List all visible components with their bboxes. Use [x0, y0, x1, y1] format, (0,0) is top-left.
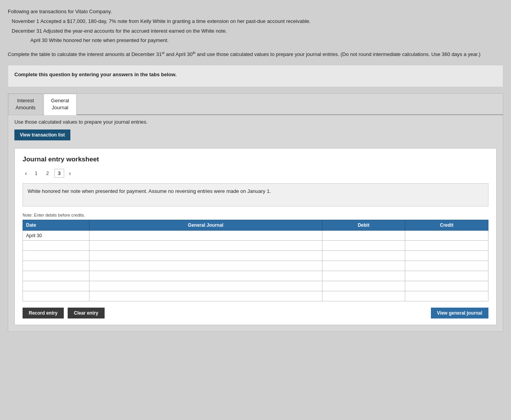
row5-debit[interactable] — [322, 281, 405, 291]
and-text: and April 30 — [164, 52, 192, 58]
sup2: th — [192, 51, 196, 55]
row0-journal-input[interactable] — [93, 233, 319, 238]
row6-journal-input[interactable] — [93, 294, 319, 299]
bottom-buttons: Record entry Clear entry View general jo… — [23, 308, 488, 318]
tabs-section: InterestAmounts GeneralJournal Use those… — [8, 93, 503, 332]
row5-journal[interactable] — [89, 281, 322, 291]
pagination-row: ‹ 1 2 3 › — [23, 169, 488, 178]
row4-debit-input[interactable] — [326, 273, 402, 279]
row1-date — [23, 241, 89, 251]
row1-credit[interactable] — [405, 241, 488, 251]
row2-journal[interactable] — [89, 251, 322, 261]
row5-journal-input[interactable] — [93, 284, 319, 289]
col-header-date: Date — [23, 220, 89, 231]
row2-credit-input[interactable] — [408, 253, 485, 259]
row1-credit-input[interactable] — [408, 243, 485, 248]
row2-date — [23, 251, 89, 261]
row3-debit-input[interactable] — [326, 263, 402, 269]
row4-credit[interactable] — [405, 271, 488, 281]
row3-debit[interactable] — [322, 261, 405, 271]
table-row — [23, 291, 488, 301]
row5-credit[interactable] — [405, 281, 488, 291]
row4-credit-input[interactable] — [408, 273, 485, 279]
row5-credit-input[interactable] — [408, 284, 485, 289]
intro-line2: November 1 Accepted a $17,000, 180-day, … — [12, 18, 503, 26]
row6-journal[interactable] — [89, 291, 322, 301]
row3-journal[interactable] — [89, 261, 322, 271]
row2-debit-input[interactable] — [326, 253, 402, 259]
row2-journal-input[interactable] — [93, 253, 319, 259]
row5-debit-input[interactable] — [326, 284, 402, 289]
col-header-journal: General Journal — [89, 220, 322, 231]
page-1[interactable]: 1 — [32, 169, 40, 177]
row2-debit[interactable] — [322, 251, 405, 261]
row6-credit[interactable] — [405, 291, 488, 301]
worksheet-title: Journal entry worksheet — [23, 156, 488, 163]
row6-debit-input[interactable] — [326, 294, 402, 299]
intro-section: Following are transactions for Vitalo Co… — [8, 8, 503, 45]
journal-worksheet: Journal entry worksheet ‹ 1 2 3 › White … — [14, 148, 497, 325]
complete-box: Complete this question by entering your … — [8, 65, 503, 87]
intro-line3: December 31 Adjusted the year-end accoun… — [12, 27, 503, 35]
row4-journal[interactable] — [89, 271, 322, 281]
row6-credit-input[interactable] — [408, 294, 485, 299]
complete-box-text: Complete this question by entering your … — [14, 71, 497, 79]
row0-credit[interactable] — [405, 231, 488, 241]
table-row — [23, 271, 488, 281]
journal-table: Date General Journal Debit Credit April … — [23, 220, 488, 301]
tabs-row: InterestAmounts GeneralJournal — [8, 94, 503, 115]
intro-line1: Following are transactions for Vitalo Co… — [8, 8, 503, 16]
bottom-buttons-left: Record entry Clear entry — [23, 308, 105, 318]
col-header-credit: Credit — [405, 220, 488, 231]
next-page-button[interactable]: › — [66, 169, 73, 178]
instructions2-text: and use those calculated values to prepa… — [196, 52, 481, 58]
row0-debit-input[interactable] — [326, 233, 402, 238]
col-header-debit: Debit — [322, 220, 405, 231]
row5-date — [23, 281, 89, 291]
row0-date: April 30 — [23, 231, 89, 241]
row3-date — [23, 261, 89, 271]
entry-description: White honored her note when presented fo… — [23, 183, 488, 206]
row4-debit[interactable] — [322, 271, 405, 281]
row6-debit[interactable] — [322, 291, 405, 301]
tab-general-journal[interactable]: GeneralJournal — [44, 94, 76, 115]
row2-credit[interactable] — [405, 251, 488, 261]
table-row — [23, 281, 488, 291]
instructions-paragraph: Complete the table to calculate the inte… — [8, 50, 503, 59]
prev-page-button[interactable]: ‹ — [23, 169, 29, 178]
sup1: st — [162, 51, 164, 55]
clear-entry-button[interactable]: Clear entry — [68, 308, 105, 318]
row1-debit-input[interactable] — [326, 243, 402, 248]
note-text: Note: Enter debits before credits. — [23, 213, 488, 217]
row4-date — [23, 271, 89, 281]
table-row — [23, 251, 488, 261]
page-3[interactable]: 3 — [54, 169, 64, 178]
record-entry-button[interactable]: Record entry — [23, 308, 64, 318]
row0-debit[interactable] — [322, 231, 405, 241]
row3-journal-input[interactable] — [93, 263, 319, 269]
view-transaction-button[interactable]: View transaction list — [14, 130, 70, 140]
table-row — [23, 261, 488, 271]
page-container: Following are transactions for Vitalo Co… — [8, 8, 503, 332]
instructions-text: Complete the table to calculate the inte… — [8, 52, 162, 58]
intro-line4: April 30 White honored her note when pre… — [30, 37, 503, 45]
table-row — [23, 241, 488, 251]
row4-journal-input[interactable] — [93, 273, 319, 279]
row6-date — [23, 291, 89, 301]
row0-journal[interactable] — [89, 231, 322, 241]
row1-journal-input[interactable] — [93, 243, 319, 248]
page-2[interactable]: 2 — [43, 169, 52, 177]
row0-credit-input[interactable] — [408, 233, 485, 238]
view-general-journal-button[interactable]: View general journal — [431, 308, 488, 318]
row1-journal[interactable] — [89, 241, 322, 251]
row3-credit[interactable] — [405, 261, 488, 271]
tab-content: Use those calculated values to prepare y… — [8, 115, 503, 331]
tab-interest-amounts[interactable]: InterestAmounts — [8, 94, 43, 115]
sub-instructions: Use those calculated values to prepare y… — [14, 119, 497, 125]
row3-credit-input[interactable] — [408, 263, 485, 269]
row1-debit[interactable] — [322, 241, 405, 251]
table-row: April 30 — [23, 231, 488, 241]
